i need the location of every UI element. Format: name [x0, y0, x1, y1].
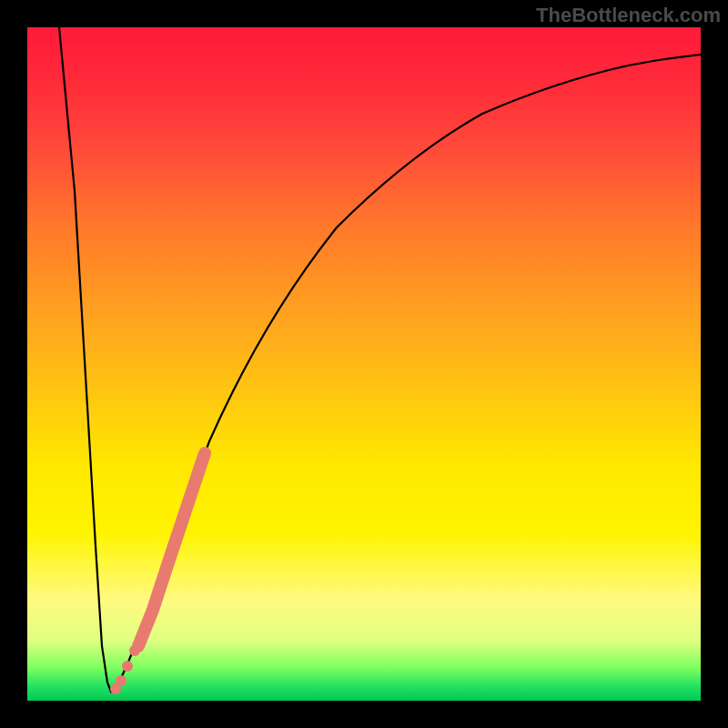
data-dot — [129, 645, 140, 656]
chart-plot-area — [27, 27, 701, 701]
band-overlay-path — [138, 453, 205, 646]
watermark-text: TheBottleneck.com — [536, 4, 721, 27]
data-dot — [122, 661, 133, 672]
chart-svg — [27, 27, 701, 701]
data-dot — [116, 675, 126, 686]
